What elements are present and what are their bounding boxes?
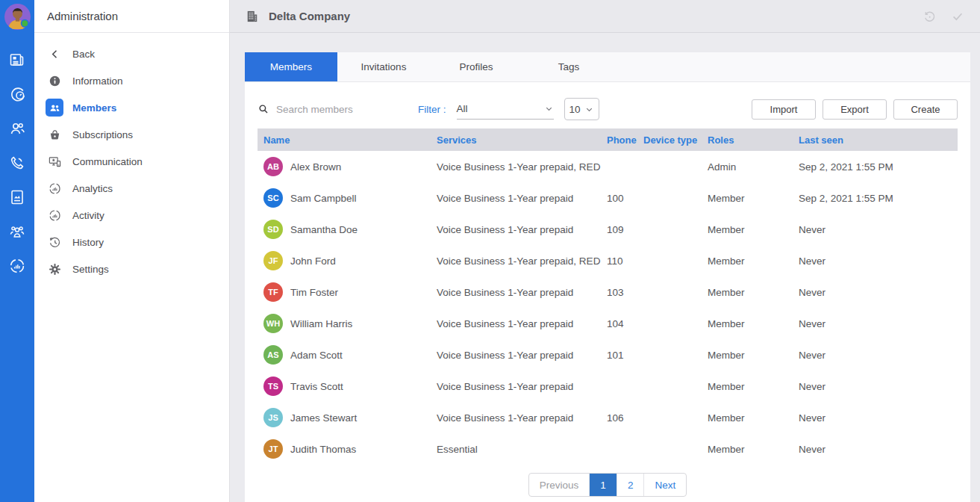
member-role: Member (708, 193, 799, 204)
search-input[interactable] (276, 104, 403, 115)
tab-profiles[interactable]: Profiles (430, 52, 522, 81)
icon-rail (0, 0, 34, 502)
sidebar-item-history[interactable]: History (34, 229, 229, 255)
user-avatar[interactable] (4, 3, 31, 31)
pagination-next[interactable]: Next (644, 474, 686, 496)
news-icon[interactable] (8, 51, 26, 69)
undo-history-icon[interactable] (922, 9, 937, 24)
member-name: James Stewart (290, 412, 357, 424)
avatar-initials: SC (267, 193, 278, 202)
tab-invitations[interactable]: Invitations (337, 52, 430, 81)
reports-icon[interactable] (8, 257, 26, 275)
export-button[interactable]: Export (823, 99, 887, 120)
company-name: Delta Company (269, 10, 350, 22)
pagination-page-1[interactable]: 1 (590, 474, 617, 496)
column-header-last-seen[interactable]: Last seen (799, 134, 958, 146)
filter-select[interactable]: All (457, 99, 554, 120)
sidebar-item-members[interactable]: Members (34, 94, 229, 121)
member-last-seen: Never (799, 412, 958, 424)
dashboard-icon[interactable] (8, 85, 26, 103)
sidebar-item-label: Subscriptions (72, 129, 133, 140)
column-header-device-type[interactable]: Device type (643, 134, 708, 146)
table-row[interactable]: SC Sam Campbell Voice Business 1-Year pr… (258, 182, 958, 214)
member-services: Voice Business 1-Year prepaid, RED (437, 255, 607, 267)
member-last-seen: Never (799, 255, 958, 267)
member-name-cell: TF Tim Foster (263, 282, 437, 302)
sidebar-item-label: Settings (72, 264, 109, 275)
avatar: JF (263, 251, 283, 270)
member-name-cell: JS James Stewart (263, 408, 437, 427)
member-name: Judith Thomas (290, 444, 356, 455)
sidebar-item-communication[interactable]: Communication (34, 148, 229, 175)
member-name-cell: JT Judith Thomas (263, 439, 437, 459)
tab-members[interactable]: Members (245, 52, 337, 81)
table-row[interactable]: WH William Harris Voice Business 1-Year … (258, 308, 958, 339)
table-row[interactable]: JT Judith Thomas Essential Member Never (258, 433, 958, 465)
avatar-initials: JF (269, 256, 278, 265)
calls-icon[interactable] (8, 154, 26, 172)
filter-label: Filter : (418, 104, 446, 115)
column-header-name[interactable]: Name (263, 134, 437, 146)
column-header-roles[interactable]: Roles (708, 134, 799, 146)
sidebar-item-analytics[interactable]: Analytics (34, 175, 229, 202)
table-row[interactable]: JF John Ford Voice Business 1-Year prepa… (258, 245, 958, 276)
member-role: Member (708, 224, 799, 235)
member-name-cell: WH William Harris (263, 314, 437, 333)
member-phone: 103 (607, 287, 643, 298)
sidebar-item-back[interactable]: Back (34, 40, 229, 67)
table-row[interactable]: TF Tim Foster Voice Business 1-Year prep… (258, 276, 958, 308)
member-name: John Ford (290, 255, 336, 267)
groups-icon[interactable] (8, 223, 26, 241)
table-row[interactable]: AS Adam Scott Voice Business 1-Year prep… (258, 339, 958, 371)
sidebar-item-subscriptions[interactable]: Subscriptions (34, 121, 229, 148)
column-header-services[interactable]: Services (437, 134, 607, 146)
member-phone: 109 (607, 224, 643, 235)
member-phone: 101 (607, 350, 643, 361)
table-row[interactable]: AB Alex Brown Voice Business 1-Year prep… (258, 151, 958, 182)
member-services: Voice Business 1-Year prepaid (437, 381, 607, 392)
tab-tags[interactable]: Tags (522, 52, 615, 81)
sidebar-item-settings[interactable]: Settings (34, 255, 229, 282)
member-services: Voice Business 1-Year prepaid (437, 318, 607, 329)
page-size-select[interactable]: 10 (564, 98, 599, 120)
member-role: Member (708, 255, 799, 267)
pagination-page-2[interactable]: 2 (617, 474, 645, 496)
member-services: Voice Business 1-Year prepaid (437, 224, 607, 235)
member-services: Essential (437, 444, 607, 455)
member-role: Member (708, 350, 799, 361)
member-name-cell: JF John Ford (263, 251, 437, 270)
contacts-icon[interactable] (8, 120, 26, 137)
import-button[interactable]: Import (752, 99, 816, 120)
member-name-cell: AB Alex Brown (263, 157, 437, 176)
main-area: Delta Company (230, 0, 980, 502)
member-services: Voice Business 1-Year prepaid (437, 350, 607, 361)
member-name-cell: AS Adam Scott (263, 345, 437, 365)
member-name: Samantha Doe (290, 224, 358, 235)
member-name: William Harris (290, 318, 352, 329)
gear-icon (45, 260, 64, 278)
pagination-previous[interactable]: Previous (529, 474, 590, 496)
sidebar-item-information[interactable]: Information (34, 67, 229, 94)
member-name: Alex Brown (290, 161, 341, 173)
member-name: Tim Foster (290, 287, 338, 298)
avatar-initials: WH (266, 319, 280, 328)
basket-icon (45, 126, 64, 143)
table-row[interactable]: TS Travis Scott Voice Business 1-Year pr… (258, 371, 958, 402)
sidebar: Administration Back Information (34, 0, 230, 502)
member-name-cell: TS Travis Scott (263, 376, 437, 396)
sidebar-item-activity[interactable]: Activity (34, 202, 229, 229)
company-header: Delta Company (230, 0, 980, 33)
table-row[interactable]: JS James Stewart Voice Business 1-Year p… (258, 402, 958, 433)
create-button[interactable]: Create (893, 99, 958, 120)
document-icon[interactable] (8, 188, 26, 206)
confirm-check-icon[interactable] (950, 9, 965, 24)
avatar-initials: TF (268, 288, 278, 297)
table-row[interactable]: SD Samantha Doe Voice Business 1-Year pr… (258, 214, 958, 245)
member-last-seen: Never (799, 381, 958, 392)
sidebar-item-label: Activity (72, 210, 104, 221)
sidebar-item-label: Communication (72, 156, 143, 167)
chevron-left-icon (45, 45, 64, 63)
column-header-phone[interactable]: Phone (607, 134, 643, 146)
member-role: Member (708, 287, 799, 298)
avatar: AS (263, 345, 283, 365)
